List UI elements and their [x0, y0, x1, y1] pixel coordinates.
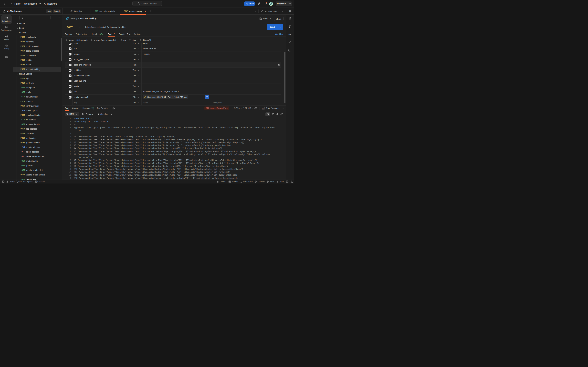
- svg-text:HTTP: HTTP: [66, 18, 69, 19]
- svg-text:x: x: [289, 11, 290, 12]
- svg-text:e.g.: e.g.: [262, 108, 264, 109]
